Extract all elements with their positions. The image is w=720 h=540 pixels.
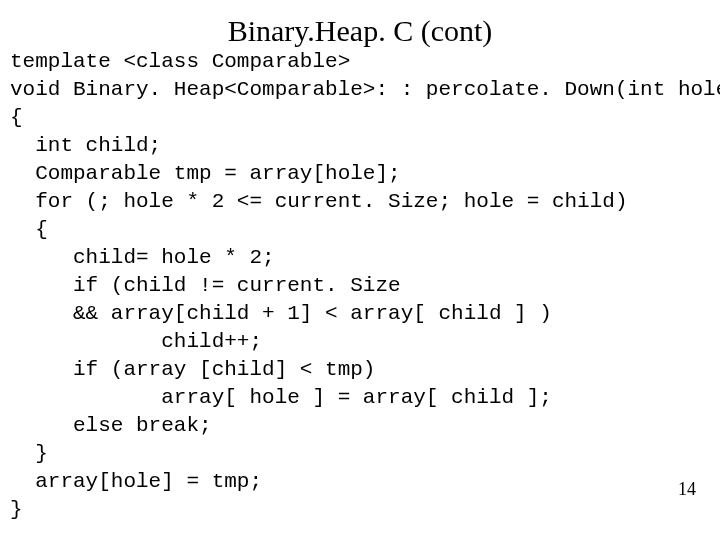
code-block: template <class Comparable> void Binary.… bbox=[10, 48, 720, 524]
slide: Binary.Heap. C (cont) template <class Co… bbox=[0, 0, 720, 540]
slide-title: Binary.Heap. C (cont) bbox=[0, 14, 720, 48]
page-number: 14 bbox=[678, 479, 696, 500]
